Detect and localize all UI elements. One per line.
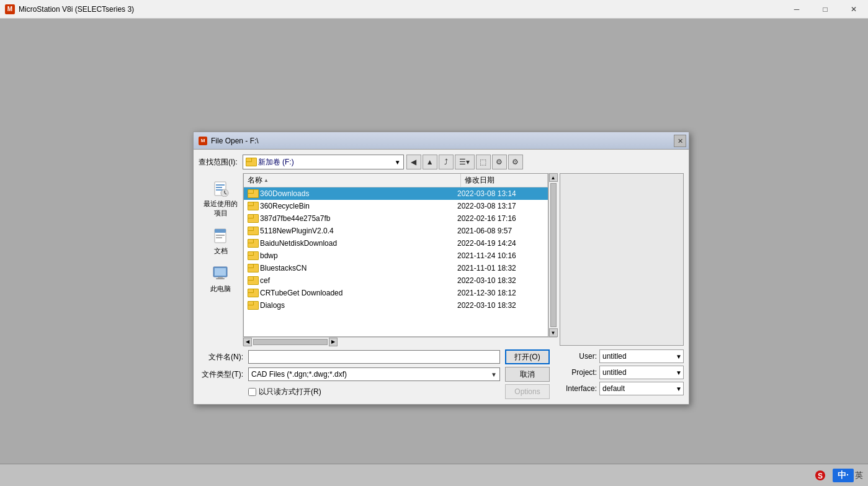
folder-row-icon <box>248 189 257 198</box>
table-row[interactable]: BaiduNetdiskDownload 2022-04-19 14:24 <box>244 237 548 250</box>
scroll-right-button[interactable]: ▶ <box>329 338 338 346</box>
svg-rect-1 <box>216 184 225 186</box>
sidebar-documents-label: 文档 <box>214 246 228 256</box>
file-name: 387d7fbe44e275a7fb <box>260 214 457 223</box>
table-row[interactable]: 360RecycleBin 2022-03-08 13:17 <box>244 200 548 212</box>
interface-label: Interface: <box>560 384 597 393</box>
location-value: 新加卷 (F:) <box>258 157 294 168</box>
interface-select[interactable]: default ▼ <box>599 382 684 395</box>
svg-rect-13 <box>218 277 223 278</box>
tools2-button[interactable]: ⚙ <box>508 155 523 169</box>
nav-buttons: ◀ ▲ ⤴ ☰▾ ⬚ ⚙ ⚙ <box>406 155 523 169</box>
dialog-title-bar: M File Open - F:\ ✕ <box>194 132 689 150</box>
folder-row-icon <box>248 301 257 310</box>
file-name: BaiduNetdiskDownload <box>260 239 457 248</box>
filename-input[interactable] <box>248 350 500 364</box>
taskbar: S 中· 英 <box>0 464 868 486</box>
svg-rect-10 <box>216 237 222 238</box>
location-label: 查找范围(I): <box>199 157 238 168</box>
file-date: 2021-11-01 18:32 <box>457 264 544 272</box>
tools1-button[interactable]: ⚙ <box>492 155 507 169</box>
filetype-label: 文件类型(T): <box>199 369 243 380</box>
taskbar-icon: S <box>810 466 830 485</box>
filetype-dropdown-arrow: ▼ <box>491 371 497 378</box>
ime-english: 英 <box>855 470 863 481</box>
options-button: Options <box>505 384 550 399</box>
sidebar: 最近使用的项目 文档 <box>199 173 243 346</box>
table-row[interactable]: BluestacksCN 2021-11-01 18:32 <box>244 262 548 274</box>
folder-row-icon <box>248 276 257 285</box>
right-panel: User: untitled ▼ Project: untitled ▼ <box>560 349 684 395</box>
table-row[interactable]: Dialogs 2022-03-10 18:32 <box>244 299 548 312</box>
file-list-inner: 名称 ▲ 修改日期 360Downloads 2022-03-08 13:14 <box>243 173 557 337</box>
copy-button[interactable]: ⬚ <box>476 155 491 169</box>
project-row: Project: untitled ▼ <box>560 366 684 379</box>
interface-row: Interface: default ▼ <box>560 382 684 395</box>
svg-rect-14 <box>216 278 225 279</box>
user-select[interactable]: untitled ▼ <box>599 349 684 363</box>
scroll-thumb[interactable] <box>550 183 557 327</box>
scroll-up-button[interactable]: ▲ <box>549 173 558 182</box>
dialog-close-button[interactable]: ✕ <box>674 135 686 147</box>
svg-text:S: S <box>818 472 823 480</box>
folder-row-icon <box>248 227 257 235</box>
readonly-checkbox[interactable] <box>248 388 256 396</box>
back-button[interactable]: ◀ <box>406 155 421 169</box>
view-button[interactable]: ☰▾ <box>455 155 475 169</box>
folder-row-icon <box>248 214 257 223</box>
vertical-scrollbar[interactable]: ▲ ▼ <box>548 173 557 337</box>
folder-row-icon <box>248 239 257 248</box>
form-left: 文件名(N): 打开(O) 文件类型(T): CAD Files (*.dgn;… <box>199 349 550 399</box>
location-select[interactable]: 新加卷 (F:) ▼ <box>243 155 404 169</box>
file-date: 2022-02-16 17:16 <box>457 214 544 223</box>
folder-row-icon <box>248 251 257 260</box>
user-label: User: <box>560 352 597 361</box>
scroll-left-button[interactable]: ◀ <box>243 338 252 346</box>
project-select[interactable]: untitled ▼ <box>599 366 684 379</box>
open-button[interactable]: 打开(O) <box>505 349 550 364</box>
table-row[interactable]: 387d7fbe44e275a7fb 2022-02-16 17:16 <box>244 212 548 225</box>
up-button[interactable]: ▲ <box>423 155 437 169</box>
minimize-button[interactable]: ─ <box>782 0 811 19</box>
sidebar-item-documents[interactable]: 文档 <box>201 223 241 258</box>
readonly-label: 以只读方式打开(R) <box>259 387 321 397</box>
app-title-bar: M MicroStation V8i (SELECTseries 3) ─ □ … <box>0 0 868 19</box>
file-name: 360Downloads <box>260 189 457 198</box>
filetype-select[interactable]: CAD Files (*.dgn;*.dwg;*.dxf) ▼ <box>248 367 500 381</box>
options-spacer: Options <box>505 384 550 399</box>
scroll-down-button[interactable]: ▼ <box>549 328 558 337</box>
table-row[interactable]: 360Downloads 2022-03-08 13:14 <box>244 187 548 200</box>
table-row[interactable]: 5118NewPluginV2.0.4 2021-06-08 9:57 <box>244 225 548 237</box>
table-row[interactable]: bdwp 2021-11-24 10:16 <box>244 250 548 262</box>
file-date: 2022-03-08 13:17 <box>457 202 544 210</box>
file-name: BluestacksCN <box>260 264 457 272</box>
dialog-icon: M <box>199 137 207 145</box>
svg-rect-9 <box>216 235 225 236</box>
sidebar-item-recent[interactable]: 最近使用的项目 <box>201 176 241 220</box>
file-name: Dialogs <box>260 301 457 310</box>
recent-icon <box>211 178 231 198</box>
col-date-header[interactable]: 修改日期 <box>461 174 548 187</box>
col-name-header[interactable]: 名称 ▲ <box>244 174 461 187</box>
new-folder-button[interactable]: ⤴ <box>439 155 454 169</box>
table-row[interactable]: CRTubeGet Downloaded 2021-12-30 18:12 <box>244 287 548 299</box>
svg-rect-8 <box>215 229 226 233</box>
ime-indicator[interactable]: 中· <box>833 469 854 482</box>
file-date: 2021-11-24 10:16 <box>457 251 544 260</box>
location-dropdown-arrow: ▼ <box>395 159 401 166</box>
horizontal-scrollbar[interactable]: ◀ ▶ <box>243 337 557 346</box>
app-title: MicroStation V8i (SELECTseries 3) <box>19 5 134 14</box>
app-close-button[interactable]: ✕ <box>839 0 868 19</box>
file-list-scroll[interactable]: 360Downloads 2022-03-08 13:14 360Recycle… <box>244 187 548 336</box>
maximize-button[interactable]: □ <box>811 0 839 19</box>
preview-area <box>560 173 684 346</box>
form-area: 文件名(N): 打开(O) 文件类型(T): CAD Files (*.dgn;… <box>199 349 684 399</box>
table-row[interactable]: cef 2022-03-10 18:32 <box>244 274 548 287</box>
file-name: CRTubeGet Downloaded <box>260 289 457 297</box>
file-date: 2022-04-19 14:24 <box>457 239 544 248</box>
file-list-header: 名称 ▲ 修改日期 <box>244 174 548 187</box>
file-date: 2021-12-30 18:12 <box>457 289 544 297</box>
cancel-button[interactable]: 取消 <box>505 367 550 382</box>
sidebar-item-computer[interactable]: 此电脑 <box>201 261 241 296</box>
h-scroll-thumb[interactable] <box>253 339 328 345</box>
